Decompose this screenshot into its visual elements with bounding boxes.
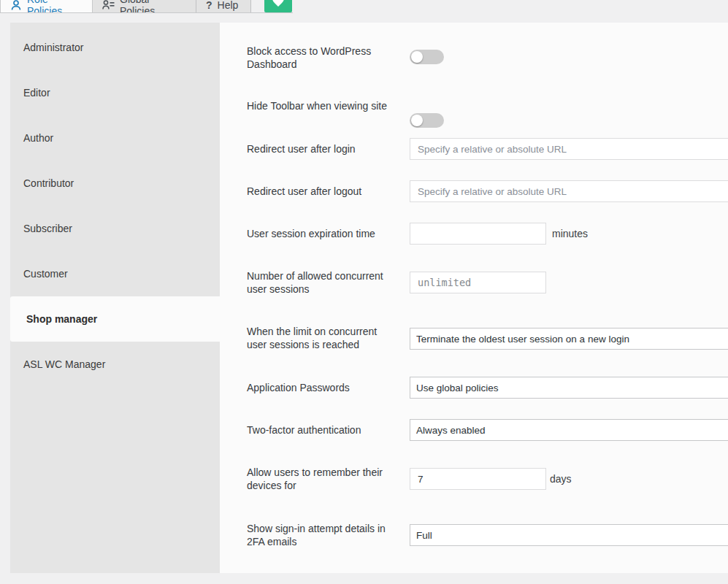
person-icon xyxy=(10,0,22,11)
sidebar-item-label: Author xyxy=(23,132,53,144)
tab-global-policies[interactable]: Global Policies xyxy=(93,0,196,12)
role-settings-panel: Block access to WordPress Dashboard Hide… xyxy=(220,23,728,573)
tab-label: Role Policies xyxy=(27,0,83,12)
setting-label: Show sign-in attempt details in 2FA emai… xyxy=(247,522,396,548)
tab-role-policies[interactable]: Role Policies xyxy=(0,0,93,12)
roles-sidebar: Administrator Editor Author Contributor … xyxy=(10,23,220,573)
sidebar-item-author[interactable]: Author xyxy=(10,115,220,161)
sidebar-item-asl-wc-manager[interactable]: ASL WC Manager xyxy=(10,342,220,387)
sidebar-item-customer[interactable]: Customer xyxy=(10,251,220,296)
setting-label: Hide Toolbar when viewing site xyxy=(247,99,396,112)
setting-label: Block access to WordPress Dashboard xyxy=(247,45,396,71)
toggle-knob xyxy=(411,115,423,126)
role-policies-settings-page: { "header": { "tabs": [ { "label": "Role… xyxy=(0,0,728,584)
policies-icon xyxy=(102,0,115,10)
sidebar-item-subscriber[interactable]: Subscriber xyxy=(10,206,220,251)
setting-label: When the limit on concurrent user sessio… xyxy=(247,325,396,351)
setting-label: Number of allowed concurrent user sessio… xyxy=(247,269,396,296)
sidebar-item-label: Editor xyxy=(23,87,50,99)
sidebar-item-label: Customer xyxy=(23,268,68,280)
redirect-logout-input[interactable] xyxy=(410,180,728,202)
setting-label: Application Passwords xyxy=(247,381,396,394)
sidebar-item-label: Subscriber xyxy=(23,223,72,234)
sidebar-item-contributor[interactable]: Contributor xyxy=(10,161,220,206)
sidebar-item-label: Shop manager xyxy=(26,313,97,325)
days-suffix: days xyxy=(550,472,572,485)
tab-bar: Role Policies Global Policies ? Help xyxy=(0,0,293,13)
sidebar-item-shop-manager[interactable]: Shop manager xyxy=(10,296,220,342)
toggle-knob xyxy=(411,51,423,63)
tab-label: Help xyxy=(218,0,239,11)
signin-details-select[interactable]: Full xyxy=(410,524,728,546)
setting-label: Redirect user after logout xyxy=(247,185,396,198)
application-passwords-select[interactable]: Use global policies xyxy=(410,377,728,399)
block-dashboard-toggle[interactable] xyxy=(410,50,444,64)
question-icon: ? xyxy=(206,0,212,11)
remember-devices-input[interactable] xyxy=(410,468,546,490)
two-factor-select[interactable]: Always enabled xyxy=(410,419,728,441)
heart-button[interactable] xyxy=(264,0,292,12)
tab-label: Global Policies xyxy=(120,0,186,12)
concurrent-sessions-input[interactable] xyxy=(410,272,546,293)
sidebar-item-editor[interactable]: Editor xyxy=(10,70,220,115)
sidebar-item-label: Contributor xyxy=(23,177,74,189)
sidebar-item-label: ASL WC Manager xyxy=(23,358,105,370)
session-expiration-input[interactable] xyxy=(410,223,546,245)
hide-toolbar-toggle[interactable] xyxy=(410,113,444,128)
setting-label: User session expiration time xyxy=(247,227,396,240)
sidebar-item-administrator[interactable]: Administrator xyxy=(10,25,220,70)
setting-label: Redirect user after login xyxy=(247,142,396,155)
tab-help[interactable]: ? Help xyxy=(196,0,251,12)
minutes-suffix: minutes xyxy=(552,227,588,240)
setting-label: Two-factor authentication xyxy=(247,423,396,437)
sidebar-item-label: Administrator xyxy=(23,42,83,53)
limit-reached-select[interactable]: Terminate the oldest user session on a n… xyxy=(410,328,728,350)
heart-icon xyxy=(272,0,285,7)
setting-label: Allow users to remember their devices fo… xyxy=(247,466,396,492)
redirect-login-input[interactable] xyxy=(410,138,728,160)
